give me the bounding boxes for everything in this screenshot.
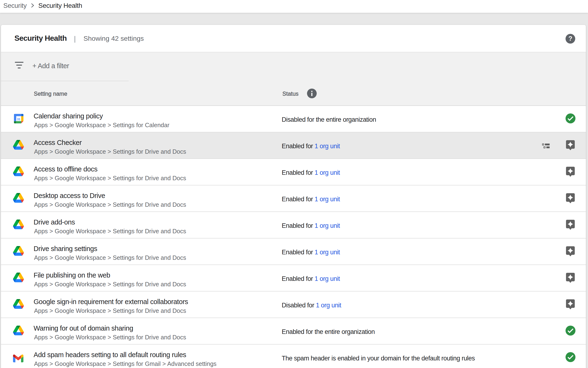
svg-text:31: 31 <box>17 118 20 121</box>
